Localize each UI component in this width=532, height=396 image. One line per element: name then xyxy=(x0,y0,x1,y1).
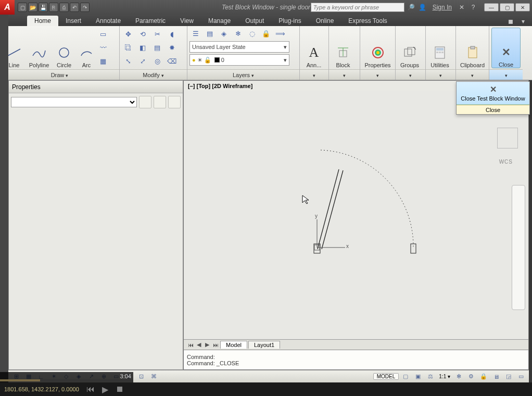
search-go-icon[interactable]: 🔎 xyxy=(407,3,416,12)
view-cube[interactable] xyxy=(497,128,518,148)
model-tab[interactable]: Model xyxy=(220,341,247,349)
panel-expand-icon[interactable]: ▾ xyxy=(376,73,379,78)
help-icon[interactable]: ? xyxy=(468,3,478,12)
tab-view[interactable]: View xyxy=(173,16,201,26)
copy-icon[interactable]: ⿻ xyxy=(122,42,134,54)
object-type-select[interactable] xyxy=(11,97,137,107)
qat-saveas-icon[interactable]: ⎘ xyxy=(49,3,58,12)
status-clean-icon[interactable]: ▭ xyxy=(515,372,527,382)
status-sc-icon[interactable]: ⌘ xyxy=(148,372,159,382)
tab-home[interactable]: Home xyxy=(27,16,58,26)
qat-open-icon[interactable]: 📂 xyxy=(28,3,37,12)
app-menu-button[interactable]: A xyxy=(0,0,15,15)
status-scale[interactable]: 1:1 ▾ xyxy=(437,374,452,379)
search-input[interactable] xyxy=(311,3,404,12)
close-test-block-button[interactable]: ✕ Close Test Block Window xyxy=(457,82,529,105)
stretch-icon[interactable]: ⤡ xyxy=(122,55,134,68)
panel-expand-icon[interactable]: ▾ xyxy=(313,73,315,78)
status-annovis-icon[interactable]: ✻ xyxy=(453,372,464,382)
tab-parametric[interactable]: Parametric xyxy=(128,16,173,26)
panel-expand-icon[interactable]: ▾ xyxy=(343,73,346,78)
layer-current-select[interactable]: ● ☀ 🔓 0 ▾ xyxy=(189,54,289,66)
layer-states-icon[interactable]: ▤ xyxy=(204,27,216,40)
tab-output[interactable]: Output xyxy=(238,16,271,26)
tool-utilities[interactable]: Utilities xyxy=(428,28,452,68)
qat-new-icon[interactable]: ▢ xyxy=(18,3,27,12)
panel-expand-icon[interactable]: ▾ xyxy=(251,73,254,78)
account-icon[interactable]: 👤 xyxy=(418,3,427,12)
window-maximize-button[interactable]: ▢ xyxy=(500,3,514,11)
status-layout-icon[interactable]: ▢ xyxy=(400,372,411,382)
panel-expand-icon[interactable]: ▾ xyxy=(471,73,474,78)
move-icon[interactable]: ✥ xyxy=(122,28,134,41)
exchange-icon[interactable]: ✕ xyxy=(457,3,466,12)
tool-circle[interactable]: Circle xyxy=(52,28,76,68)
status-iso-icon[interactable]: ◲ xyxy=(503,372,514,382)
panel-expand-icon[interactable]: ▾ xyxy=(505,73,508,78)
tool-clipboard[interactable]: Clipboard xyxy=(458,28,487,68)
tab-first-icon[interactable]: ⏮ xyxy=(187,342,194,348)
layer-match-icon[interactable]: ⟹ xyxy=(274,27,286,40)
tool-arc[interactable]: Arc xyxy=(77,28,96,68)
array-icon[interactable]: ▤ xyxy=(151,42,163,54)
tab-annotate[interactable]: Annotate xyxy=(88,16,128,26)
trim-icon[interactable]: ✂ xyxy=(151,28,163,41)
tool-polyline[interactable]: Polyline xyxy=(27,28,51,68)
window-close-button[interactable]: ✕ xyxy=(515,3,530,11)
rotate-icon[interactable]: ⟲ xyxy=(136,28,149,41)
layout1-tab[interactable]: Layout1 xyxy=(248,341,280,349)
scale-icon[interactable]: ⤢ xyxy=(136,55,149,68)
draw-rect-icon[interactable]: ▭ xyxy=(97,28,109,41)
yt-stop-icon[interactable]: ⏹ xyxy=(112,385,127,394)
qat-print-icon[interactable]: ⎙ xyxy=(59,3,69,12)
tab-express[interactable]: Express Tools xyxy=(341,16,394,26)
layer-freeze-icon[interactable]: ❄ xyxy=(232,27,244,40)
explode-icon[interactable]: ✸ xyxy=(166,42,178,54)
qat-redo-icon[interactable]: ↷ xyxy=(80,3,90,12)
ribbon-extra-icon[interactable]: ◼ xyxy=(506,17,515,26)
layer-lock-icon[interactable]: 🔒 xyxy=(260,27,272,40)
layer-iso-icon[interactable]: ◈ xyxy=(218,27,230,40)
panel-expand-icon[interactable]: ▾ xyxy=(409,73,412,78)
video-seek-overlay[interactable]: 3:04 xyxy=(0,372,133,382)
offset-icon[interactable]: ◎ xyxy=(151,55,163,68)
layer-off-icon[interactable]: ◌ xyxy=(246,27,258,40)
layer-states-select[interactable]: Unsaved Layer State ▾ xyxy=(189,41,289,53)
command-line[interactable]: Command: Command: _CLOSE xyxy=(184,350,528,369)
tool-properties[interactable]: Properties xyxy=(362,28,393,68)
tool-groups[interactable]: Groups xyxy=(398,28,422,68)
panel-expand-icon[interactable]: ▾ xyxy=(439,73,442,78)
tab-prev-icon[interactable]: ◀ xyxy=(195,341,202,348)
quick-select-icon[interactable] xyxy=(139,96,151,108)
status-ws-icon[interactable]: ⚙ xyxy=(465,372,477,382)
tab-last-icon[interactable]: ⏭ xyxy=(212,342,219,348)
close-block-button[interactable]: ✕ Close xyxy=(491,28,521,68)
window-minimize-button[interactable]: — xyxy=(484,3,499,11)
tab-next-icon[interactable]: ▶ xyxy=(204,341,211,348)
sign-in-link[interactable]: Sign In xyxy=(429,4,455,11)
draw-hatch-icon[interactable]: ▦ xyxy=(97,55,109,68)
yt-play-icon[interactable]: ▶ xyxy=(98,385,112,394)
draw-spline-icon[interactable]: 〰 xyxy=(97,42,109,54)
status-hw-icon[interactable]: 🖥 xyxy=(490,372,502,382)
ribbon-collapse-icon[interactable]: ▾ xyxy=(518,17,528,26)
tab-online[interactable]: Online xyxy=(309,16,341,26)
navigation-bar[interactable] xyxy=(512,185,525,310)
tool-annotation[interactable]: A Ann... xyxy=(302,28,326,68)
status-modelspace[interactable]: MODEL xyxy=(373,373,399,380)
tab-insert[interactable]: Insert xyxy=(58,16,88,26)
panel-expand-icon[interactable]: ▾ xyxy=(66,73,68,78)
status-qp-icon[interactable]: ⊡ xyxy=(135,372,147,382)
fillet-icon[interactable]: ◖ xyxy=(166,28,178,41)
layer-prop-icon[interactable]: ☰ xyxy=(189,27,202,40)
status-qv-icon[interactable]: ▣ xyxy=(412,372,424,382)
qat-save-icon[interactable]: 💾 xyxy=(39,3,48,12)
erase-icon[interactable]: ⌫ xyxy=(166,55,178,68)
status-annoscale-icon[interactable]: ⚖ xyxy=(425,372,436,382)
canvas[interactable]: x y WCS xyxy=(184,91,528,339)
mirror-icon[interactable]: ◧ xyxy=(136,42,149,54)
status-lock-icon[interactable]: 🔒 xyxy=(478,372,489,382)
select-objects-icon[interactable] xyxy=(168,96,181,108)
panel-expand-icon[interactable]: ▾ xyxy=(161,73,164,78)
yt-prev-icon[interactable]: ⏮ xyxy=(83,385,98,394)
